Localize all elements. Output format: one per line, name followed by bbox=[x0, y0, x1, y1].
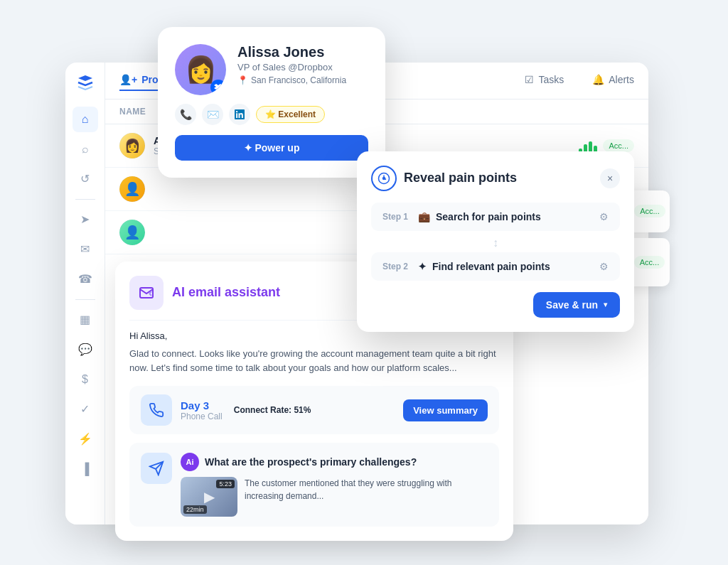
sidebar-home-icon[interactable]: ⌂ bbox=[73, 107, 98, 132]
step1-text: Search for pain points bbox=[436, 211, 541, 222]
sidebar-search-icon[interactable]: ⌕ bbox=[73, 136, 98, 162]
sidebar-divider bbox=[75, 199, 95, 200]
phone-call-icon bbox=[141, 394, 172, 426]
sidebar-calendar-icon[interactable]: ▦ bbox=[73, 307, 98, 333]
sidebar-chat-icon[interactable]: 💬 bbox=[73, 337, 98, 362]
ai-email-title: AI email assistant bbox=[172, 285, 280, 300]
profile-location: 📍 San Francisco, California bbox=[237, 75, 346, 85]
ai-answer: The customer mentioned that they were st… bbox=[245, 477, 488, 502]
tasks-label: Tasks bbox=[538, 74, 564, 85]
step2-content: ✦ Find relevant pain points bbox=[418, 261, 599, 272]
excellent-badge: ⭐ Excellent bbox=[256, 106, 325, 123]
save-run-button[interactable]: Save & run ▾ bbox=[533, 292, 620, 318]
location-pin-icon: 📍 bbox=[237, 75, 248, 85]
sidebar-divider2 bbox=[75, 299, 95, 300]
pain-footer: Save & run ▾ bbox=[371, 292, 620, 318]
phone-social-badge[interactable]: 📞 bbox=[175, 104, 196, 125]
email-body: Glad to connect. Looks like you're growi… bbox=[129, 347, 499, 377]
profile-badges: 📞 ✉️ ⭐ Excellent bbox=[175, 104, 368, 125]
ai-video-row: ▶ 5:23 22min The customer mentioned that… bbox=[181, 477, 488, 517]
linkedin-social-badge[interactable] bbox=[229, 104, 250, 125]
acc-badge: Acc... bbox=[603, 139, 634, 152]
close-button[interactable]: × bbox=[600, 168, 620, 188]
video-duration: 5:23 bbox=[216, 480, 235, 488]
spotify-acc-badge: Acc... bbox=[634, 205, 665, 217]
profile-avatar: 👩 bbox=[175, 44, 226, 95]
connect-rate: Connect Rate: 51% bbox=[234, 405, 311, 415]
video-thumbnail[interactable]: ▶ 5:23 22min bbox=[181, 477, 237, 517]
step-connector: ↕ bbox=[371, 234, 620, 252]
ai-question-title: What are the prospect's primary challeng… bbox=[205, 456, 417, 468]
dropbox-badge bbox=[210, 80, 226, 95]
pain-modal-header: Reveal pain points × bbox=[371, 166, 620, 191]
sparkle-icon: ✦ bbox=[418, 261, 427, 272]
sidebar-send-icon[interactable]: ➤ bbox=[73, 207, 98, 232]
email-social-badge[interactable]: ✉️ bbox=[202, 104, 223, 125]
step2-settings-icon[interactable]: ⚙ bbox=[599, 261, 609, 272]
send-message-icon bbox=[141, 453, 172, 484]
prospects-icon: 👤+ bbox=[119, 74, 137, 85]
avatar: 👤 bbox=[119, 220, 145, 245]
step1-settings-icon[interactable]: ⚙ bbox=[599, 211, 609, 222]
save-run-label: Save & run bbox=[546, 299, 598, 311]
sidebar-dollar-icon[interactable]: $ bbox=[73, 367, 98, 392]
day3-label: Day 3 bbox=[181, 399, 223, 411]
tab-tasks[interactable]: ☑ Tasks bbox=[525, 70, 564, 91]
ai-question-row: Ai What are the prospect's primary chall… bbox=[129, 443, 499, 527]
day3-sublabel: Phone Call bbox=[181, 411, 223, 421]
alerts-icon: 🔔 bbox=[592, 74, 604, 85]
profile-top: 👩 Alissa Jones VP of Sales @Dropbox 📍 Sa… bbox=[175, 44, 368, 95]
day3-row: Day 3 Phone Call Connect Rate: 51% View … bbox=[129, 386, 499, 434]
connect-rate-label: Connect Rate: bbox=[234, 405, 291, 415]
avatar-image: 👤 bbox=[119, 220, 145, 245]
svg-point-1 bbox=[382, 176, 386, 180]
avatar-image: 👩 bbox=[119, 133, 145, 158]
avatar-image: 👤 bbox=[119, 176, 145, 202]
profile-info: Alissa Jones VP of Sales @Dropbox 📍 San … bbox=[237, 44, 346, 85]
profile-role: VP of Sales @Dropbox bbox=[237, 62, 346, 72]
avatar: 👩 bbox=[119, 133, 145, 158]
sidebar: ⌂ ⌕ ↺ ➤ ✉ ☎ ▦ 💬 $ ✓ ⚡ ▐ bbox=[65, 63, 105, 524]
sidebar-lightning-icon[interactable]: ⚡ bbox=[73, 426, 98, 452]
hubspot-acc-badge: Acc... bbox=[634, 256, 665, 269]
profile-card: 👩 Alissa Jones VP of Sales @Dropbox 📍 Sa… bbox=[158, 27, 385, 178]
email-greeting: Hi Alissa, bbox=[129, 330, 499, 341]
briefcase-icon: 💼 bbox=[418, 211, 430, 222]
step2-row[interactable]: Step 2 ✦ Find relevant pain points ⚙ bbox=[371, 252, 620, 281]
view-summary-button[interactable]: View summary bbox=[403, 399, 488, 421]
day3-info: Day 3 Phone Call bbox=[181, 399, 223, 421]
tab-alerts[interactable]: 🔔 Alerts bbox=[592, 70, 634, 91]
alerts-label: Alerts bbox=[609, 74, 634, 85]
sidebar-phone-icon[interactable]: ☎ bbox=[73, 267, 98, 292]
step2-label: Step 2 bbox=[382, 262, 418, 271]
ai-email-icon bbox=[129, 276, 164, 310]
pain-modal-title: Reveal pain points bbox=[371, 166, 517, 191]
step1-content: 💼 Search for pain points bbox=[418, 211, 599, 222]
tasks-icon: ☑ bbox=[525, 74, 534, 85]
dropdown-chevron-icon: ▾ bbox=[604, 301, 607, 308]
video-mins: 22min bbox=[183, 505, 207, 514]
profile-name: Alissa Jones bbox=[237, 44, 346, 60]
sidebar-mail-icon[interactable]: ✉ bbox=[73, 237, 98, 262]
sidebar-refresh-icon[interactable]: ↺ bbox=[73, 166, 98, 192]
step1-label: Step 1 bbox=[382, 212, 418, 222]
step2-text: Find relevant pain points bbox=[432, 261, 550, 272]
ai-question-content: Ai What are the prospect's primary chall… bbox=[181, 453, 488, 517]
connect-rate-value: 51% bbox=[294, 405, 311, 415]
column-name-header: Name bbox=[119, 107, 146, 117]
ai-question-header: Ai What are the prospect's primary chall… bbox=[181, 453, 488, 471]
sidebar-check-icon[interactable]: ✓ bbox=[73, 397, 98, 422]
sidebar-chart-icon[interactable]: ▐ bbox=[73, 456, 98, 482]
step1-row[interactable]: Step 1 💼 Search for pain points ⚙ bbox=[371, 203, 620, 231]
avatar: 👤 bbox=[119, 176, 145, 202]
pain-points-modal: Reveal pain points × Step 1 💼 Search for… bbox=[357, 151, 634, 332]
reveal-icon bbox=[371, 166, 397, 191]
ai-logo-icon: Ai bbox=[181, 453, 199, 471]
power-up-button[interactable]: ✦ Power up bbox=[175, 135, 368, 161]
app-logo[interactable] bbox=[74, 71, 97, 94]
